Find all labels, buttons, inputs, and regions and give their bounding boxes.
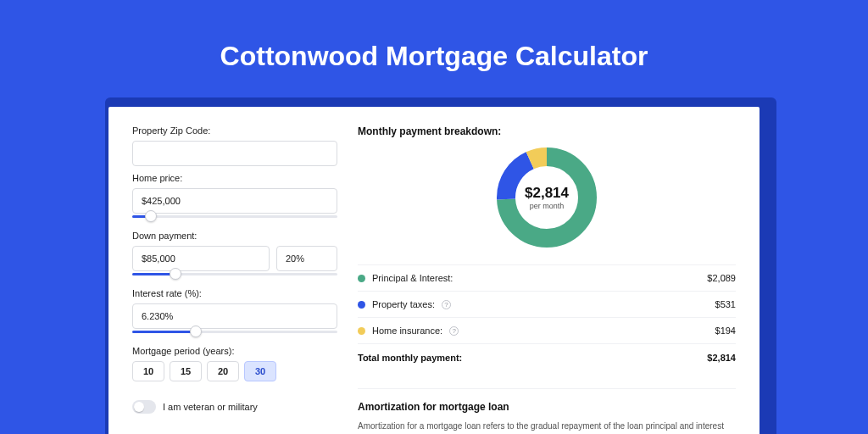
total-value: $2,814 bbox=[707, 353, 736, 363]
info-icon[interactable]: ? bbox=[442, 300, 451, 309]
total-row: Total monthly payment: $2,814 bbox=[358, 343, 736, 375]
down-payment-pct-input[interactable] bbox=[276, 246, 337, 271]
amortization-heading: Amortization for mortgage loan bbox=[358, 388, 736, 413]
down-payment-label: Down payment: bbox=[132, 231, 337, 241]
veteran-toggle-row: I am veteran or military bbox=[132, 400, 337, 414]
legend-home-insurance: Home insurance: ? $194 bbox=[358, 317, 736, 343]
slider-thumb[interactable] bbox=[145, 210, 157, 222]
page-title: Cottonwood Mortgage Calculator bbox=[0, 0, 868, 91]
donut-sublabel: per month bbox=[530, 202, 565, 210]
period-buttons: 10 15 20 30 bbox=[132, 361, 337, 381]
period-30-button[interactable]: 30 bbox=[244, 361, 276, 381]
legend-label: Home insurance: bbox=[372, 326, 442, 336]
zip-field: Property Zip Code: bbox=[132, 125, 337, 166]
donut-chart: $2,814 per month bbox=[495, 146, 598, 249]
calculator-card: Property Zip Code: Home price: Down paym… bbox=[108, 107, 760, 434]
home-price-slider[interactable] bbox=[132, 212, 337, 224]
period-field: Mortgage period (years): 10 15 20 30 bbox=[132, 346, 337, 381]
info-icon[interactable]: ? bbox=[449, 326, 459, 336]
legend-value: $194 bbox=[715, 326, 736, 336]
home-price-field: Home price: bbox=[132, 173, 337, 224]
breakdown-column: Monthly payment breakdown: $2,814 per mo… bbox=[358, 125, 736, 434]
interest-label: Interest rate (%): bbox=[132, 288, 337, 298]
legend-label: Property taxes: bbox=[372, 299, 435, 309]
legend-value: $531 bbox=[715, 299, 736, 309]
breakdown-heading: Monthly payment breakdown: bbox=[358, 125, 736, 137]
period-label: Mortgage period (years): bbox=[132, 346, 337, 356]
dot-icon bbox=[358, 301, 365, 309]
down-payment-input[interactable] bbox=[132, 246, 270, 271]
legend-value: $2,089 bbox=[707, 273, 736, 283]
home-price-input[interactable] bbox=[132, 188, 337, 214]
legend-label: Principal & Interest: bbox=[372, 273, 453, 283]
legend-property-taxes: Property taxes: ? $531 bbox=[358, 291, 736, 317]
interest-slider[interactable] bbox=[132, 327, 337, 339]
total-label: Total monthly payment: bbox=[358, 353, 462, 363]
period-15-button[interactable]: 15 bbox=[170, 361, 202, 381]
period-10-button[interactable]: 10 bbox=[132, 361, 164, 381]
slider-thumb[interactable] bbox=[170, 268, 181, 280]
down-payment-field: Down payment: bbox=[132, 231, 337, 281]
zip-label: Property Zip Code: bbox=[132, 125, 337, 136]
dot-icon bbox=[358, 327, 365, 335]
donut-amount: $2,814 bbox=[525, 185, 569, 202]
veteran-toggle[interactable] bbox=[132, 400, 156, 414]
zip-input[interactable] bbox=[132, 141, 337, 166]
interest-input[interactable] bbox=[132, 303, 337, 329]
donut-chart-wrap: $2,814 per month bbox=[358, 146, 736, 249]
period-20-button[interactable]: 20 bbox=[207, 361, 239, 381]
home-price-label: Home price: bbox=[132, 173, 337, 183]
amortization-text: Amortization for a mortgage loan refers … bbox=[358, 420, 736, 434]
veteran-label: I am veteran or military bbox=[163, 402, 258, 412]
inputs-column: Property Zip Code: Home price: Down paym… bbox=[132, 125, 337, 434]
down-payment-slider[interactable] bbox=[132, 270, 337, 281]
slider-thumb[interactable] bbox=[190, 326, 202, 337]
legend-principal-interest: Principal & Interest: $2,089 bbox=[358, 264, 736, 291]
dot-icon bbox=[358, 275, 365, 282]
interest-field: Interest rate (%): bbox=[132, 288, 337, 339]
